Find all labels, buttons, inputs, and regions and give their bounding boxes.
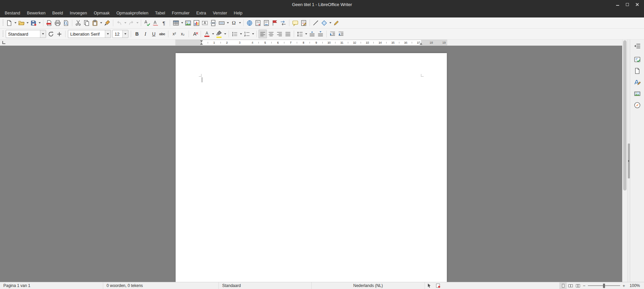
zoom-slider[interactable] <box>588 282 620 289</box>
insert-field-dropdown[interactable] <box>226 18 230 27</box>
line-spacing-button[interactable] <box>296 30 304 38</box>
track-changes-button[interactable] <box>299 18 308 27</box>
basic-shapes-dropdown[interactable] <box>328 18 332 27</box>
menu-item[interactable]: Invoegen <box>66 9 90 17</box>
redo-button[interactable] <box>127 18 135 27</box>
sidebar-settings-button[interactable] <box>632 41 642 50</box>
strikethrough-button[interactable]: abc <box>158 30 166 38</box>
sidebar-tab-properties[interactable] <box>632 55 642 64</box>
page-number-status[interactable]: Pagina 1 van 1 <box>0 282 103 289</box>
multi-page-view-button[interactable] <box>567 282 574 289</box>
maximize-button[interactable] <box>625 2 630 7</box>
ordered-list-button[interactable] <box>243 30 251 38</box>
zoom-slider-thumb[interactable] <box>603 284 605 288</box>
minimize-button[interactable] <box>615 2 620 7</box>
ordered-list-dropdown[interactable] <box>251 30 255 38</box>
show-draw-functions-button[interactable] <box>332 18 340 27</box>
zoom-in-button[interactable]: + <box>621 283 627 288</box>
insert-table-dropdown[interactable] <box>180 18 184 27</box>
redo-dropdown[interactable] <box>135 18 139 27</box>
copy-button[interactable] <box>82 18 91 27</box>
sidebar-hide-handle[interactable] <box>627 40 630 282</box>
insert-cross-reference-button[interactable] <box>279 18 287 27</box>
decrease-paragraph-spacing-button[interactable] <box>316 30 325 38</box>
insert-line-button[interactable] <box>312 18 320 27</box>
page-style-status[interactable]: Standaard <box>219 282 311 289</box>
insert-comment-button[interactable] <box>291 18 299 27</box>
font-color-dropdown[interactable] <box>211 30 215 38</box>
open-dropdown[interactable] <box>26 18 29 27</box>
menu-item[interactable]: Venster <box>209 9 230 17</box>
menu-item[interactable]: Beeld <box>49 9 66 17</box>
print-preview-button[interactable] <box>62 18 70 27</box>
page[interactable] <box>175 53 447 282</box>
font-name-dropdown[interactable] <box>105 30 111 38</box>
vertical-scrollbar[interactable] <box>622 40 627 282</box>
selection-mode-button[interactable] <box>425 282 434 289</box>
insert-page-break-button[interactable] <box>209 18 217 27</box>
highlight-color-button[interactable] <box>215 30 223 38</box>
insert-image-button[interactable] <box>184 18 192 27</box>
menu-item[interactable]: Formulier <box>168 9 193 17</box>
increase-indent-button[interactable] <box>328 30 337 38</box>
decrease-indent-button[interactable] <box>337 30 345 38</box>
insert-footnote-button[interactable] <box>254 18 262 27</box>
new-style-button[interactable] <box>55 30 64 38</box>
book-view-button[interactable] <box>574 282 581 289</box>
single-page-view-button[interactable] <box>559 282 567 289</box>
menu-item[interactable]: Opmaakprofielen <box>113 9 152 17</box>
insert-field-button[interactable] <box>217 18 226 27</box>
insert-table-button[interactable] <box>172 18 180 27</box>
toolbar-grip[interactable] <box>2 31 4 37</box>
save-button[interactable] <box>29 18 38 27</box>
sidebar-tab-navigator[interactable] <box>632 100 642 110</box>
tab-stop-selector[interactable] <box>2 41 5 44</box>
menu-item[interactable]: Extra <box>193 9 209 17</box>
paste-button[interactable] <box>91 18 99 27</box>
italic-button[interactable]: I <box>141 30 150 38</box>
align-left-button[interactable] <box>258 30 267 38</box>
cut-button[interactable] <box>74 18 82 27</box>
align-right-button[interactable] <box>275 30 284 38</box>
menu-item[interactable]: Tabel <box>152 9 168 17</box>
font-name-combobox[interactable]: Liberation Serif <box>68 30 111 38</box>
font-name-value[interactable]: Liberation Serif <box>68 32 105 37</box>
highlight-color-dropdown[interactable] <box>223 30 227 38</box>
line-spacing-dropdown[interactable] <box>304 30 308 38</box>
subscript-button[interactable]: x₂ <box>178 30 187 38</box>
increase-paragraph-spacing-button[interactable] <box>308 30 316 38</box>
word-count-status[interactable]: 0 woorden, 0 tekens <box>103 282 218 289</box>
zoom-out-button[interactable]: − <box>581 283 587 288</box>
menu-item[interactable]: Bewerken <box>24 9 49 17</box>
export-pdf-button[interactable] <box>45 18 53 27</box>
document-canvas[interactable] <box>0 46 622 282</box>
toolbar-grip[interactable] <box>2 19 4 26</box>
bold-button[interactable]: B <box>133 30 141 38</box>
print-button[interactable] <box>53 18 62 27</box>
sidebar-tab-page[interactable] <box>632 66 642 75</box>
formatting-marks-button[interactable]: ¶ <box>160 18 168 27</box>
font-color-button[interactable]: A <box>203 30 211 38</box>
clear-formatting-button[interactable]: A <box>191 30 199 38</box>
insert-bookmark-button[interactable] <box>271 18 279 27</box>
insert-text-box-button[interactable] <box>201 18 209 27</box>
paragraph-style-value[interactable]: Standaard <box>6 32 40 37</box>
left-indent-marker[interactable] <box>200 43 203 45</box>
document-modified-indicator[interactable] <box>434 282 442 289</box>
first-line-indent-marker[interactable] <box>200 40 203 42</box>
scrollbar-thumb[interactable] <box>623 40 627 191</box>
sidebar-tab-styles[interactable] <box>632 78 642 87</box>
spelling-button[interactable] <box>143 18 151 27</box>
underline-button[interactable]: U <box>150 30 158 38</box>
justify-button[interactable] <box>284 30 292 38</box>
menu-item[interactable]: Opmaak <box>90 9 113 17</box>
sidebar-tab-gallery[interactable] <box>632 89 642 98</box>
undo-button[interactable] <box>115 18 123 27</box>
insert-hyperlink-button[interactable] <box>245 18 254 27</box>
right-indent-marker[interactable] <box>419 43 422 45</box>
menu-item[interactable]: Help <box>231 9 246 17</box>
unordered-list-dropdown[interactable] <box>239 30 243 38</box>
undo-dropdown[interactable] <box>123 18 127 27</box>
language-status[interactable]: Nederlands (NL) <box>312 282 425 289</box>
unordered-list-button[interactable] <box>231 30 239 38</box>
